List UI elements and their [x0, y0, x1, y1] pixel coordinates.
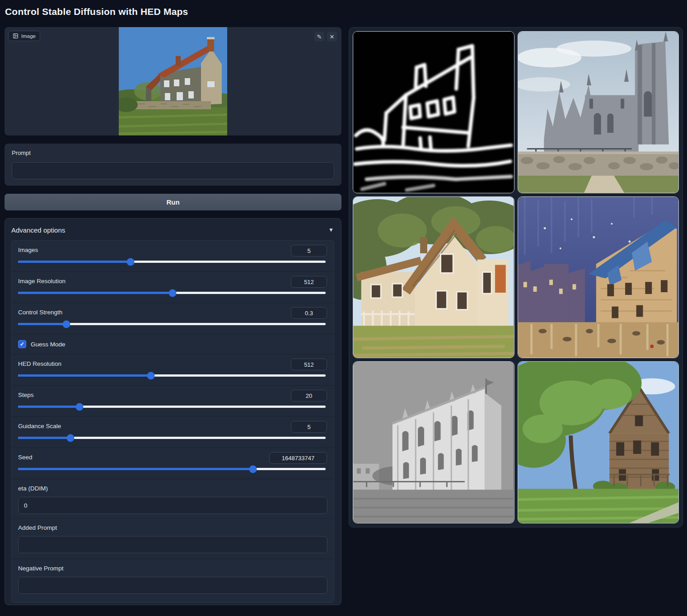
added-prompt-input[interactable] [18, 536, 327, 553]
uploaded-house-photo[interactable] [119, 27, 227, 135]
control-strength-value-input[interactable] [291, 307, 327, 319]
added-prompt-label: Added Prompt [18, 524, 57, 531]
negative-prompt-input[interactable] [18, 577, 327, 594]
control-strength-slider[interactable] [18, 320, 326, 328]
guidance-scale-label: Guidance Scale [18, 423, 61, 429]
input-image-component[interactable]: Image ✎ ✕ [5, 27, 341, 135]
image-icon [13, 33, 19, 39]
gallery-item-bw-building[interactable] [353, 361, 514, 523]
page-title: Control Stable Diffusion with HED Maps [5, 6, 188, 17]
slider-thumb[interactable] [249, 465, 257, 473]
slider-thumb[interactable] [76, 403, 84, 411]
eta-ddim-row: eta (DDIM) [12, 479, 334, 518]
guess-mode-label[interactable]: Guess Mode [31, 341, 65, 348]
slider-thumb[interactable] [168, 289, 176, 297]
advanced-options-accordion: Advanced options ▼ Images Image Resoluti… [5, 218, 341, 605]
seed-value-input[interactable] [269, 452, 327, 464]
app-page: Control Stable Diffusion with HED Maps I… [0, 0, 687, 616]
steps-label: Steps [18, 392, 34, 398]
steps-slider[interactable] [18, 403, 326, 411]
gallery-item-cathedral[interactable] [518, 31, 679, 193]
control-strength-label: Control Strength [18, 309, 62, 316]
close-icon: ✕ [330, 34, 335, 40]
prompt-label: Prompt [12, 149, 31, 156]
pencil-icon: ✎ [317, 34, 322, 40]
guess-mode-checkbox[interactable]: ✓ [18, 340, 26, 348]
gallery-item-rustic-house[interactable] [518, 361, 679, 523]
image-label: Image [21, 33, 36, 39]
guidance-scale-slider-row: Guidance Scale [12, 417, 334, 448]
hed-resolution-slider[interactable] [18, 372, 326, 379]
slider-thumb[interactable] [127, 258, 135, 266]
seed-label: Seed [18, 454, 33, 461]
check-icon: ✓ [20, 341, 24, 347]
images-slider[interactable] [18, 258, 326, 266]
prompt-input[interactable] [12, 162, 334, 179]
slider-fill [18, 292, 173, 294]
steps-slider-row: Steps [12, 386, 334, 417]
image-label-badge: Image [8, 31, 40, 41]
slider-fill [18, 406, 79, 408]
guidance-scale-slider[interactable] [18, 434, 326, 442]
hed-resolution-label: HED Resolution [18, 360, 61, 367]
run-button[interactable]: Run [5, 194, 341, 210]
advanced-options-form: Images Image Resolution Control St [11, 240, 334, 603]
control-strength-slider-row: Control Strength [12, 303, 334, 334]
images-value-input[interactable] [291, 245, 327, 257]
edit-image-button[interactable]: ✎ [314, 32, 324, 42]
output-gallery [349, 27, 683, 527]
slider-fill [18, 374, 151, 377]
seed-slider[interactable] [18, 465, 326, 473]
guidance-scale-value-input[interactable] [291, 421, 327, 433]
prompt-block: Prompt [5, 144, 341, 186]
slider-thumb[interactable] [67, 434, 75, 442]
added-prompt-row: Added Prompt [12, 518, 334, 559]
hed-resolution-slider-row: HED Resolution [12, 355, 334, 386]
seed-slider-row: Seed [12, 448, 334, 479]
advanced-options-title: Advanced options [11, 226, 65, 234]
gallery-item-blue-evening[interactable] [518, 196, 679, 359]
slider-fill [18, 437, 70, 439]
clear-image-button[interactable]: ✕ [327, 32, 337, 42]
gallery-item-hed-map[interactable] [353, 31, 514, 193]
eta-ddim-input[interactable] [18, 497, 327, 514]
negative-prompt-label: Negative Prompt [18, 565, 64, 572]
image-resolution-label: Image Resolution [18, 278, 65, 285]
slider-thumb[interactable] [147, 372, 154, 379]
steps-value-input[interactable] [291, 390, 327, 401]
image-resolution-slider-row: Image Resolution [12, 272, 334, 303]
slider-fill [18, 468, 253, 470]
chevron-down-icon: ▼ [328, 227, 334, 233]
negative-prompt-row: Negative Prompt [12, 559, 334, 600]
image-resolution-slider[interactable] [18, 289, 326, 297]
hed-resolution-value-input[interactable] [291, 359, 327, 370]
slider-thumb[interactable] [62, 320, 70, 328]
guess-mode-row: ✓ Guess Mode [12, 334, 334, 355]
advanced-options-header[interactable]: Advanced options ▼ [5, 219, 341, 240]
images-slider-row: Images [12, 241, 334, 272]
eta-ddim-label: eta (DDIM) [18, 485, 48, 492]
gallery-item-cream-house[interactable] [353, 196, 514, 359]
image-resolution-value-input[interactable] [291, 276, 327, 288]
slider-fill [18, 261, 131, 263]
slider-fill [18, 323, 66, 325]
images-label: Images [18, 247, 38, 253]
